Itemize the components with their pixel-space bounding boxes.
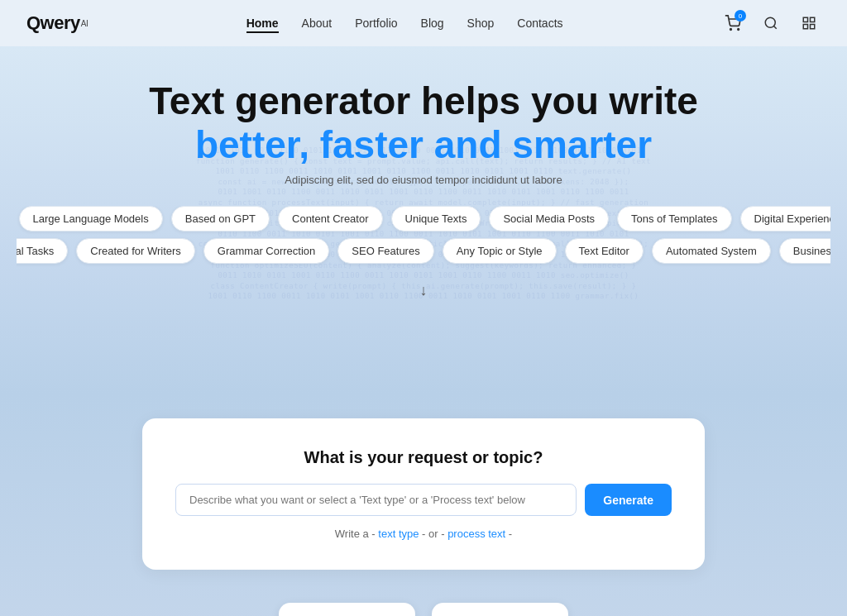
cart-icon[interactable]: 0 (721, 12, 744, 35)
tag-unique-texts: Unique Texts (391, 206, 481, 232)
tags-container: Experience Large Language Models Based o… (17, 206, 830, 270)
card-title: What is your request or topic? (175, 448, 672, 467)
search-icon[interactable] (759, 12, 782, 35)
hero-headline-line1: Text generator helps you write (149, 79, 698, 122)
tags-row-1: Experience Large Language Models Based o… (17, 206, 830, 232)
tag-any-topic: Any Topic or Style (443, 238, 557, 264)
svg-rect-5 (803, 25, 807, 29)
service-card-1 (279, 603, 415, 616)
tag-seo-features: SEO Features (337, 238, 433, 264)
tags-row-2: Business-critical Tasks Created for Writ… (17, 238, 830, 264)
tag-automated-system: Automated System (652, 238, 771, 264)
tag-grammar-correction: Grammar Correction (203, 238, 329, 264)
process-text-link[interactable]: process text (447, 528, 505, 540)
cart-badge: 0 (735, 10, 746, 21)
service-card-2: Modern (432, 603, 568, 616)
svg-rect-3 (803, 17, 807, 21)
navigation: QweryAI Home About Portfolio Blog Shop C… (0, 0, 847, 46)
nav-portfolio[interactable]: Portfolio (355, 17, 397, 30)
tag-social-media-posts: Social Media Posts (489, 206, 609, 232)
tag-created-for-writers: Created for Writers (76, 238, 195, 264)
nav-about[interactable]: About (302, 17, 333, 30)
nav-blog[interactable]: Blog (421, 17, 444, 30)
tag-based-on-gpt: Based on GPT (171, 206, 270, 232)
card-footer: Write a - text type - or - process text … (175, 528, 672, 540)
hero-subtext: Adipiscing elit, sed do eiusmod tempor i… (17, 174, 830, 186)
logo-text: Qwery (26, 12, 80, 34)
tag-business-critical-2: Business-critical Tasks (779, 238, 830, 264)
logo[interactable]: QweryAI (26, 12, 88, 34)
topic-input[interactable] (175, 484, 577, 516)
bottom-section: CORPORATE SERVICE Modern (17, 603, 830, 616)
nav-links: Home About Portfolio Blog Shop Contacts (246, 16, 563, 31)
main-content: What is your request or topic? Generate … (0, 394, 847, 616)
hero-section: 0110 1010 0011 1100 0101 1001 1010 0110 … (0, 46, 847, 394)
svg-point-2 (765, 17, 775, 27)
tag-digital-experience: Digital Experience (740, 206, 830, 232)
tag-business-critical: Business-critical Tasks (17, 238, 68, 264)
grid-icon[interactable] (797, 12, 821, 35)
tag-large-language-models: Large Language Models (19, 206, 163, 232)
tag-content-creator: Content Creator (278, 206, 383, 232)
nav-icons: 0 (721, 12, 821, 35)
generate-button[interactable]: Generate (585, 484, 672, 516)
nav-contacts[interactable]: Contacts (517, 17, 562, 30)
nav-home[interactable]: Home (246, 17, 279, 33)
scroll-down-icon: ↓ (17, 282, 830, 299)
svg-point-0 (730, 29, 732, 31)
svg-rect-6 (811, 25, 815, 29)
request-card: What is your request or topic? Generate … (142, 418, 705, 570)
logo-superscript: AI (81, 19, 88, 28)
hero-headline-line2: better, faster and smarter (17, 123, 830, 167)
input-row: Generate (175, 484, 672, 516)
tag-tons-of-templates: Tons of Templates (617, 206, 732, 232)
text-type-link[interactable]: text type (378, 528, 419, 540)
nav-shop[interactable]: Shop (467, 17, 495, 30)
svg-rect-4 (811, 17, 815, 21)
tag-text-editor: Text Editor (565, 238, 644, 264)
hero-headline: Text generator helps you write better, f… (17, 79, 830, 167)
svg-point-1 (738, 29, 739, 31)
